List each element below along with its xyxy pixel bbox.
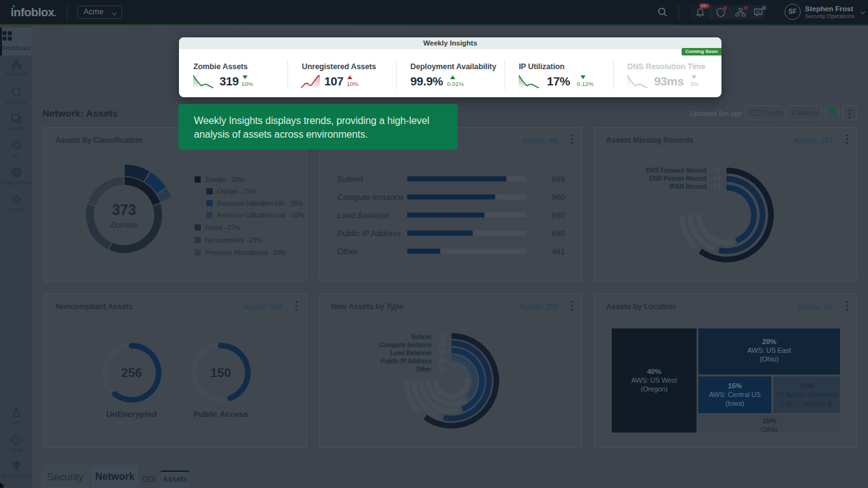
svg-text:Subnet: Subnet xyxy=(411,333,432,340)
svg-text:?: ? xyxy=(14,437,18,443)
svg-text:Zombie: Zombie xyxy=(110,220,138,229)
svg-text:45: 45 xyxy=(438,358,446,365)
svg-text:64: 64 xyxy=(438,342,446,348)
svg-text:IPAM Record: IPAM Record xyxy=(670,183,706,190)
svg-text:DNS Pointer Record: DNS Pointer Record xyxy=(649,175,706,182)
svg-text:373: 373 xyxy=(112,202,136,218)
svg-text:53: 53 xyxy=(438,350,446,356)
svg-text:72: 72 xyxy=(713,167,721,174)
svg-text:Other: Other xyxy=(415,366,432,373)
svg-text:Public Access: Public Access xyxy=(193,409,248,419)
svg-text:UnEncrypted: UnEncrypted xyxy=(107,409,157,419)
svg-text:150: 150 xyxy=(210,366,231,380)
svg-text:Load Balancer: Load Balancer xyxy=(390,350,432,356)
svg-text:23: 23 xyxy=(438,366,446,373)
svg-text:Compute Instance: Compute Instance xyxy=(380,342,432,348)
svg-text:72: 72 xyxy=(438,333,446,340)
svg-text:64: 64 xyxy=(713,175,721,182)
svg-text:Public IP Address: Public IP Address xyxy=(381,358,432,365)
svg-text:53: 53 xyxy=(713,183,721,190)
svg-text:256: 256 xyxy=(121,366,142,380)
svg-text:DNS Forward Record: DNS Forward Record xyxy=(646,167,706,174)
